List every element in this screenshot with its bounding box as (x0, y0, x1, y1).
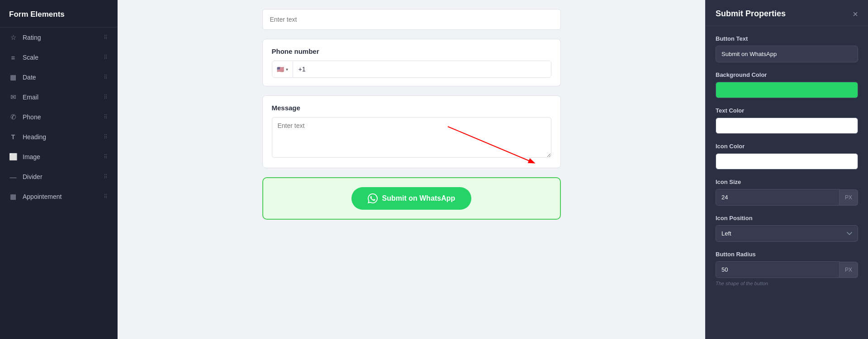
button-radius-field: Button Radius PX The shape of the button (716, 251, 858, 286)
sidebar-item-divider[interactable]: — Divider ⠿ (0, 167, 117, 187)
sidebar-item-label-divider: Divider (23, 173, 43, 180)
sidebar-item-image[interactable]: ⬜ Image ⠿ (0, 147, 117, 167)
icon-position-field: Icon Position Left Right (716, 215, 858, 242)
sidebar-item-scale[interactable]: ≡ Scale ⠿ (0, 47, 117, 67)
date-icon: ▦ (9, 73, 17, 81)
phone-card-title: Phone number (272, 47, 551, 55)
button-text-label: Button Text (716, 35, 858, 42)
flag-emoji: 🇺🇸 (277, 66, 284, 73)
icon-size-field: Icon Size PX (716, 179, 858, 206)
icon-position-label: Icon Position (716, 215, 858, 221)
icon-size-label: Icon Size (716, 179, 858, 185)
sidebar-item-label-rating: Rating (23, 34, 41, 41)
message-card: Message (262, 95, 561, 168)
sidebar-item-appointement[interactable]: ▦ Appointement ⠿ (0, 187, 117, 207)
right-panel: Submit Properties × Button Text Backgrou… (705, 0, 868, 339)
main-content: Phone number 🇺🇸 ▾ Message Submit on What… (118, 0, 705, 339)
text-color-label: Text Color (716, 107, 858, 114)
message-textarea[interactable] (272, 117, 551, 158)
sidebar-item-label-appointement: Appointement (23, 193, 62, 200)
submit-button-label: Submit on WhatsApp (382, 194, 455, 202)
drag-handle-appointement[interactable]: ⠿ (104, 193, 108, 200)
scale-icon: ≡ (9, 53, 17, 61)
phone-icon: ✆ (9, 113, 17, 121)
message-card-title: Message (272, 104, 551, 112)
bg-color-field: Background Color (716, 71, 858, 98)
sidebar-item-label-email: Email (23, 94, 38, 101)
rating-icon: ☆ (9, 33, 17, 42)
icon-size-unit: PX (840, 189, 858, 206)
image-icon: ⬜ (9, 153, 17, 161)
sidebar-item-label-scale: Scale (23, 54, 38, 61)
drag-handle-email[interactable]: ⠿ (104, 94, 108, 100)
form-area: Phone number 🇺🇸 ▾ Message Submit on What… (253, 0, 570, 229)
sidebar-item-label-heading: Heading (23, 133, 46, 141)
right-panel-title: Submit Properties (716, 9, 786, 19)
icon-color-label: Icon Color (716, 143, 858, 150)
drag-handle-phone[interactable]: ⠿ (104, 114, 108, 120)
drag-handle-divider[interactable]: ⠿ (104, 174, 108, 180)
drag-handle-scale[interactable]: ⠿ (104, 54, 108, 61)
drag-handle-image[interactable]: ⠿ (104, 154, 108, 160)
dropdown-arrow-icon: ▾ (286, 67, 288, 72)
sidebar-item-email[interactable]: ✉ Email ⠿ (0, 87, 117, 107)
button-text-field: Button Text (716, 35, 858, 62)
enter-text-input[interactable] (262, 9, 561, 30)
bg-color-label: Background Color (716, 71, 858, 78)
appointement-icon: ▦ (9, 193, 17, 201)
button-radius-hint: The shape of the button (716, 281, 858, 286)
sidebar-item-date[interactable]: ▦ Date ⠿ (0, 67, 117, 87)
divider-icon: — (9, 173, 17, 181)
sidebar-item-label-image: Image (23, 153, 40, 160)
phone-flag-selector[interactable]: 🇺🇸 ▾ (272, 61, 293, 77)
top-text-input-wrapper (262, 9, 561, 30)
icon-color-field: Icon Color (716, 143, 858, 170)
sidebar-item-label-phone: Phone (23, 113, 41, 121)
sidebar: Form Elements ☆ Rating ⠿ ≡ Scale ⠿ ▦ Dat… (0, 0, 118, 339)
heading-icon: T (9, 133, 17, 141)
button-radius-unit: PX (840, 262, 858, 278)
submit-card: Submit on WhatsApp (262, 177, 561, 220)
email-icon: ✉ (9, 93, 17, 101)
drag-handle-rating[interactable]: ⠿ (104, 34, 108, 41)
button-radius-label: Button Radius (716, 251, 858, 258)
sidebar-item-label-date: Date (23, 74, 36, 81)
button-radius-input[interactable] (716, 261, 840, 278)
icon-size-input[interactable] (716, 189, 840, 206)
sidebar-item-phone[interactable]: ✆ Phone ⠿ (0, 107, 117, 127)
whatsapp-icon (368, 193, 378, 203)
icon-position-select[interactable]: Left Right (716, 225, 858, 242)
icon-color-swatch[interactable] (716, 153, 858, 170)
drag-handle-date[interactable]: ⠿ (104, 74, 108, 80)
phone-input-row: 🇺🇸 ▾ (272, 61, 551, 78)
bg-color-swatch[interactable] (716, 82, 858, 98)
panel-body: Button Text Background Color Text Color … (706, 26, 868, 295)
phone-card: Phone number 🇺🇸 ▾ (262, 39, 561, 86)
close-panel-button[interactable]: × (853, 9, 858, 19)
sidebar-item-rating[interactable]: ☆ Rating ⠿ (0, 28, 117, 47)
phone-number-input[interactable] (293, 61, 551, 77)
text-color-field: Text Color (716, 107, 858, 134)
sidebar-item-heading[interactable]: T Heading ⠿ (0, 127, 117, 147)
button-text-input[interactable] (716, 46, 858, 62)
drag-handle-heading[interactable]: ⠿ (104, 134, 108, 140)
right-panel-header: Submit Properties × (706, 0, 868, 26)
text-color-swatch[interactable] (716, 118, 858, 134)
sidebar-title: Form Elements (0, 0, 117, 28)
submit-whatsapp-button[interactable]: Submit on WhatsApp (351, 187, 472, 210)
